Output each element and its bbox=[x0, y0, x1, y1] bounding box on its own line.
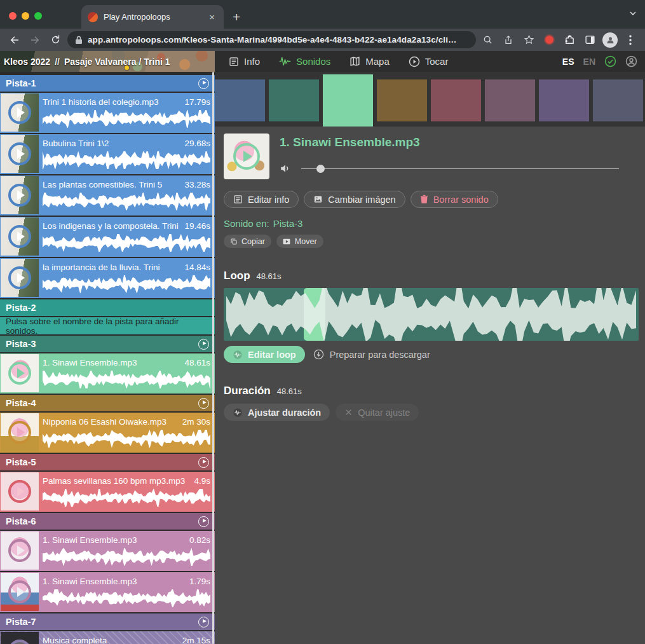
breadcrumb[interactable]: Kleos 2022 // Pasaje Valvanera / Trini 1 bbox=[0, 51, 215, 72]
sound-thumbnail[interactable] bbox=[1, 632, 39, 644]
browser-menu-icon[interactable] bbox=[622, 32, 639, 48]
tab-tocar[interactable]: Tocar bbox=[409, 56, 449, 67]
sound-thumb-play-icon[interactable] bbox=[8, 640, 31, 644]
loop-waveform-box[interactable] bbox=[224, 288, 639, 341]
sound-thumbnail[interactable] bbox=[1, 472, 39, 510]
palette-swatch-8[interactable] bbox=[593, 79, 643, 121]
track-play-icon[interactable] bbox=[198, 339, 209, 350]
language-en-button[interactable]: EN bbox=[583, 57, 595, 67]
sound-item[interactable]: Musica completa2m 15s bbox=[0, 631, 215, 644]
forward-icon[interactable] bbox=[27, 32, 43, 48]
sound-thumb-play-icon[interactable] bbox=[8, 225, 31, 248]
track-header-pista-2[interactable]: Pista-2 bbox=[0, 299, 215, 316]
track-header-pista-7[interactable]: Pista-7 bbox=[0, 613, 215, 630]
sound-thumb-play-icon[interactable] bbox=[8, 101, 31, 124]
back-icon[interactable] bbox=[6, 32, 23, 48]
change-image-button[interactable]: Cambiar imágen bbox=[304, 191, 405, 208]
move-button[interactable]: Mover bbox=[276, 235, 323, 248]
breadcrumb-project[interactable]: Kleos 2022 bbox=[4, 57, 50, 67]
tab-info[interactable]: Info bbox=[229, 56, 260, 67]
copy-button[interactable]: Copiar bbox=[224, 235, 271, 248]
recording-indicator-icon[interactable] bbox=[541, 32, 557, 48]
sound-item[interactable]: 1. Sinawi Ensemble.mp30.82s bbox=[0, 531, 215, 571]
minimize-window-button[interactable] bbox=[22, 12, 29, 20]
sound-item[interactable]: 1. Sinawi Ensemble.mp348.61s bbox=[0, 353, 215, 394]
track-play-icon[interactable] bbox=[198, 617, 209, 627]
language-es-button[interactable]: ES bbox=[562, 57, 574, 67]
detail-thumbnail[interactable] bbox=[224, 134, 269, 179]
prepare-download-button[interactable]: Preparar para descargar bbox=[313, 349, 430, 360]
tab-mapa[interactable]: Mapa bbox=[350, 56, 390, 67]
edit-info-button[interactable]: Editar info bbox=[224, 191, 299, 208]
sound-thumbnail[interactable] bbox=[1, 531, 39, 570]
sound-item[interactable]: Los indigenas y la compostela. Trini19.4… bbox=[0, 217, 215, 257]
adjust-duration-button[interactable]: Ajustar duración bbox=[224, 404, 330, 421]
bookmark-star-icon[interactable] bbox=[520, 32, 537, 48]
address-bar[interactable]: app.antropoloops.com/Kleos-Santa-Marina/… bbox=[67, 31, 476, 48]
palette-swatch-6[interactable] bbox=[485, 79, 535, 121]
track-play-icon[interactable] bbox=[198, 398, 209, 409]
palette-swatch-3[interactable] bbox=[323, 74, 373, 127]
sound-item[interactable]: Bubulina Trini 1\229.68s bbox=[0, 134, 215, 174]
track-header-pista-1[interactable]: Pista-1 bbox=[0, 75, 215, 92]
sound-thumb-play-icon[interactable] bbox=[8, 362, 31, 385]
delete-sound-button[interactable]: Borrar sonido bbox=[411, 191, 498, 208]
volume-slider[interactable] bbox=[301, 165, 619, 173]
sync-check-icon[interactable] bbox=[604, 55, 616, 67]
sound-thumbnail[interactable] bbox=[1, 93, 39, 132]
sound-item[interactable]: Nipponia 06 Esashi Oiwake.mp32m 30s bbox=[0, 413, 215, 453]
sound-item[interactable]: 1. Sinawi Ensemble.mp31.79s bbox=[0, 572, 215, 612]
sidebar-scrollbar[interactable] bbox=[212, 72, 214, 644]
sound-thumb-play-icon[interactable] bbox=[8, 480, 31, 503]
track-play-icon[interactable] bbox=[198, 78, 209, 89]
sound-thumbnail[interactable] bbox=[1, 354, 39, 392]
sound-thumb-play-icon[interactable] bbox=[8, 266, 31, 289]
palette-swatch-5[interactable] bbox=[431, 79, 481, 121]
sound-item[interactable]: Las plantas comestibles. Trini 533.28s bbox=[0, 175, 215, 216]
profile-avatar[interactable] bbox=[602, 32, 618, 48]
detail-play-icon[interactable] bbox=[233, 143, 260, 170]
reload-icon[interactable] bbox=[47, 32, 64, 48]
browser-tab[interactable]: Play Antropoloops × bbox=[81, 5, 224, 29]
edit-loop-button[interactable]: Editar loop bbox=[224, 346, 305, 363]
palette-swatch-4[interactable] bbox=[377, 79, 427, 121]
sound-item[interactable]: Trini 1 historia del colegio.mp317.79s bbox=[0, 93, 215, 133]
sound-thumb-play-icon[interactable] bbox=[8, 421, 31, 444]
volume-thumb[interactable] bbox=[316, 165, 325, 173]
palette-swatch-1[interactable] bbox=[215, 79, 265, 121]
sound-thumb-play-icon[interactable] bbox=[8, 580, 31, 603]
chevron-down-icon[interactable] bbox=[628, 9, 637, 18]
track-header-pista-3[interactable]: Pista-3 bbox=[0, 336, 215, 352]
tab-close-icon[interactable]: × bbox=[207, 11, 217, 22]
track-header-pista-6[interactable]: Pista-6 bbox=[0, 513, 215, 530]
sound-thumb-play-icon[interactable] bbox=[8, 539, 31, 562]
account-icon[interactable] bbox=[625, 55, 637, 67]
palette-swatch-2[interactable] bbox=[269, 79, 319, 121]
extensions-puzzle-icon[interactable] bbox=[561, 32, 578, 48]
breadcrumb-path[interactable]: Pasaje Valvanera / Trini 1 bbox=[64, 57, 170, 67]
new-tab-button[interactable]: + bbox=[233, 10, 240, 24]
sound-thumbnail[interactable] bbox=[1, 573, 39, 611]
zoom-icon[interactable] bbox=[480, 32, 496, 48]
track-play-icon[interactable] bbox=[198, 516, 209, 527]
sound-item[interactable]: Palmas sevillanas 160 bpm mp3.mp34.9s bbox=[0, 472, 215, 512]
track-play-icon[interactable] bbox=[198, 457, 209, 468]
sound-thumbnail[interactable] bbox=[1, 413, 39, 451]
sound-thumbnail[interactable] bbox=[1, 176, 39, 214]
side-panel-icon[interactable] bbox=[581, 32, 598, 48]
sound-thumb-play-icon[interactable] bbox=[8, 142, 31, 165]
remove-adjust-button[interactable]: Quitar ajuste bbox=[336, 404, 419, 421]
sound-thumbnail[interactable] bbox=[1, 135, 39, 173]
close-window-button[interactable] bbox=[9, 12, 17, 20]
sound-thumb-play-icon[interactable] bbox=[8, 184, 31, 207]
track-header-pista-4[interactable]: Pista-4 bbox=[0, 395, 215, 411]
sound-in-track-link[interactable]: Pista-3 bbox=[273, 218, 303, 229]
share-icon[interactable] bbox=[500, 32, 517, 48]
sound-thumbnail[interactable] bbox=[1, 259, 39, 297]
track-header-pista-5[interactable]: Pista-5 bbox=[0, 454, 215, 470]
sound-item[interactable]: la importancia de la lluvia. Trini14.84s bbox=[0, 258, 215, 298]
tab-sonidos[interactable]: Sonidos bbox=[279, 56, 330, 67]
fullscreen-window-button[interactable] bbox=[34, 12, 42, 20]
sound-thumbnail[interactable] bbox=[1, 217, 39, 256]
palette-swatch-7[interactable] bbox=[539, 79, 589, 121]
